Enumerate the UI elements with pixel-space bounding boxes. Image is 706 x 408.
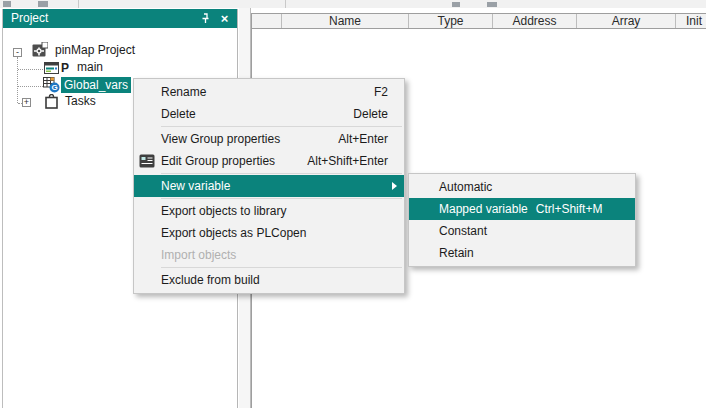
- menu-item-delete[interactable]: Delete Delete: [134, 103, 404, 125]
- menu-item-label: View Group properties: [161, 132, 280, 146]
- toolbar-icon-fragment: [452, 2, 460, 7]
- column-header-name[interactable]: Name: [282, 14, 409, 28]
- panel-title: Project: [11, 11, 48, 25]
- program-window-icon: [44, 62, 59, 77]
- menu-item-label: Export objects to library: [161, 204, 286, 218]
- menu-item-shortcut: Alt+Enter: [338, 132, 388, 146]
- menu-item-shortcut: F2: [374, 85, 388, 99]
- new-variable-submenu: Automatic Mapped variable Ctrl+Shift+M C…: [408, 173, 636, 267]
- menu-item-import-objects: Import objects: [134, 244, 404, 266]
- tree-item-main[interactable]: main: [77, 59, 103, 75]
- menu-item-label: Automatic: [439, 180, 492, 194]
- column-header-type[interactable]: Type: [409, 14, 493, 28]
- menu-item-edit-group-properties[interactable]: Edit Group properties Alt+Shift+Enter: [134, 150, 404, 172]
- grid-header-row: Name Type Address Array Init: [252, 14, 706, 29]
- properties-form-icon: [139, 154, 155, 171]
- menu-separator: [161, 198, 402, 199]
- project-icon: [32, 42, 48, 60]
- expand-icon[interactable]: +: [22, 98, 31, 107]
- tree-connector: [17, 57, 18, 103]
- tasks-clipboard-icon: [45, 94, 58, 112]
- menu-item-label: Delete: [161, 107, 196, 121]
- toolbar-icon-fragment: [38, 1, 48, 7]
- menu-item-label: New variable: [161, 179, 230, 193]
- submenu-item-retain[interactable]: Retain: [409, 242, 635, 264]
- menu-item-export-objects-to-library[interactable]: Export objects to library: [134, 200, 404, 222]
- menu-item-exclude-from-build[interactable]: Exclude from build: [134, 269, 404, 291]
- toolbar-icon-fragment: [487, 2, 497, 7]
- tree-connector: [18, 86, 43, 87]
- tree-item-global-vars[interactable]: Global_vars: [61, 77, 131, 93]
- context-menu: Rename F2 Delete Delete View Group prope…: [133, 78, 405, 294]
- program-badge: P: [61, 62, 69, 74]
- menu-separator: [161, 126, 402, 127]
- menu-item-label: Export objects as PLCopen: [161, 226, 306, 240]
- toolbar-separator: [285, 0, 286, 8]
- menu-item-label: Exclude from build: [161, 273, 260, 287]
- menu-item-shortcut: Ctrl+Shift+M: [536, 202, 603, 216]
- column-header-rowselector[interactable]: [252, 14, 282, 28]
- menu-item-new-variable[interactable]: New variable: [134, 175, 404, 197]
- collapse-icon[interactable]: -: [13, 48, 22, 57]
- menu-item-label: Edit Group properties: [161, 154, 275, 168]
- submenu-item-automatic[interactable]: Automatic: [409, 176, 635, 198]
- toolbar-sliver: [0, 0, 706, 8]
- tree-connector: [18, 69, 43, 70]
- menu-item-label: Mapped variable: [439, 202, 528, 216]
- menu-item-shortcut: Delete: [353, 107, 388, 121]
- column-header-array[interactable]: Array: [577, 14, 676, 28]
- submenu-item-mapped-variable[interactable]: Mapped variable Ctrl+Shift+M: [409, 198, 635, 220]
- menu-separator: [161, 173, 402, 174]
- menu-item-view-group-properties[interactable]: View Group properties Alt+Enter: [134, 128, 404, 150]
- menu-item-label: Retain: [439, 246, 474, 260]
- menu-item-shortcut: Alt+Shift+Enter: [307, 154, 388, 168]
- toolbar-icon-fragment: [3, 1, 11, 7]
- pin-icon[interactable]: [198, 11, 213, 26]
- tree-item-pinmap-project[interactable]: pinMap Project: [55, 42, 135, 58]
- submenu-arrow-icon: [392, 182, 397, 190]
- menu-item-label: Constant: [439, 224, 487, 238]
- svg-text:G: G: [51, 83, 57, 92]
- menu-item-rename[interactable]: Rename F2: [134, 81, 404, 103]
- column-header-init[interactable]: Init: [676, 14, 706, 28]
- menu-separator: [161, 267, 402, 268]
- project-panel-titlebar: Project ×: [3, 9, 237, 28]
- tree-item-tasks[interactable]: Tasks: [65, 93, 96, 109]
- submenu-item-constant[interactable]: Constant: [409, 220, 635, 242]
- close-icon[interactable]: ×: [217, 11, 232, 26]
- column-header-address[interactable]: Address: [493, 14, 577, 28]
- menu-item-export-objects-as-plcopen[interactable]: Export objects as PLCopen: [134, 222, 404, 244]
- menu-item-label: Import objects: [161, 248, 236, 262]
- app-window: Project × - pinMap Project: [0, 0, 706, 408]
- menu-item-label: Rename: [161, 85, 206, 99]
- toolbar-separator: [78, 0, 79, 8]
